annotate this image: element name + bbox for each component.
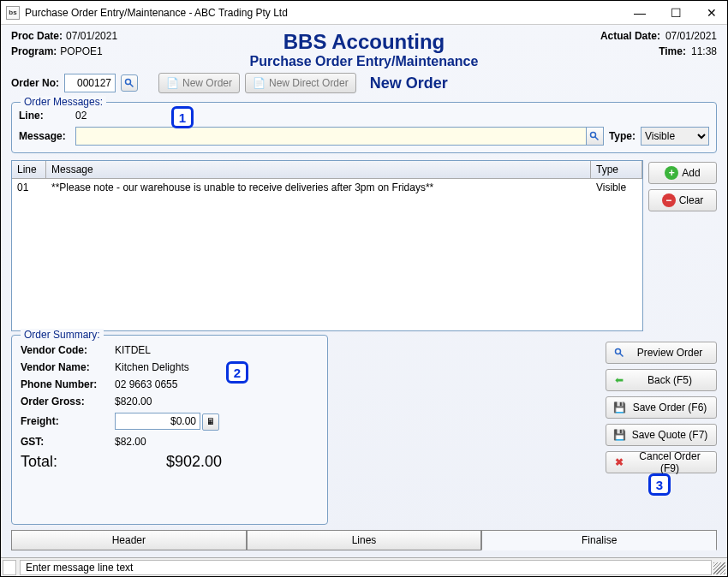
calculator-button[interactable]: 🖩	[202, 413, 219, 431]
program-label: Program:	[11, 45, 57, 57]
minus-icon: −	[662, 193, 676, 207]
back-button[interactable]: ⬅Back (F5)	[606, 369, 717, 391]
vendor-code-value: KITDEL	[115, 344, 319, 356]
minimize-button[interactable]: —	[630, 4, 650, 21]
proc-date-label: Proc Date:	[11, 30, 63, 42]
messages-legend: Order Messages:	[21, 96, 106, 108]
line-label: Line:	[19, 110, 70, 122]
resize-grip-icon[interactable]	[713, 562, 725, 574]
calculator-icon: 🖩	[206, 417, 215, 426]
table-row[interactable]: 01 **Please note - our warehouse is unab…	[12, 179, 642, 196]
main-title: BBS Accounting	[165, 30, 563, 54]
time-value: 11:38	[691, 45, 717, 57]
save-quote-button[interactable]: 💾Save Quote (F7)	[606, 424, 717, 446]
vendor-code-label: Vendor Code:	[21, 344, 115, 356]
status-text: Enter message line text	[20, 560, 712, 575]
save-icon: 💾	[613, 429, 625, 441]
vendor-name-label: Vendor Name:	[21, 361, 115, 373]
svg-point-4	[616, 349, 621, 354]
messages-grid[interactable]: Line Message Type 01 **Please note - our…	[11, 160, 643, 331]
order-messages-panel: Order Messages: 1 Line: 02 Message: Type…	[11, 102, 717, 153]
col-line-header: Line	[12, 161, 46, 178]
tab-finalise[interactable]: Finalise	[481, 530, 717, 550]
search-icon	[613, 348, 625, 358]
app-icon: bs	[6, 6, 20, 20]
save-order-button[interactable]: 💾Save Order (F6)	[606, 396, 717, 419]
save-icon: 💾	[613, 402, 625, 413]
gross-value: $820.00	[115, 396, 319, 407]
summary-legend: Order Summary:	[21, 329, 104, 341]
gst-value: $82.00	[115, 436, 319, 448]
callout-1: 1	[171, 106, 194, 128]
svg-point-0	[126, 80, 131, 85]
doc-icon: 📄	[166, 77, 179, 89]
order-status-label: New Order	[370, 74, 448, 92]
freight-label: Freight:	[21, 415, 115, 427]
type-select[interactable]: Visible	[641, 127, 709, 146]
time-label: Time:	[659, 45, 686, 57]
phone-value: 02 9663 0655	[115, 378, 319, 390]
callout-3: 3	[648, 473, 671, 496]
freight-input[interactable]	[115, 413, 200, 430]
col-type-header: Type	[591, 161, 642, 178]
message-lookup-button[interactable]	[586, 128, 603, 145]
line-value: 02	[75, 110, 87, 122]
add-button[interactable]: +Add	[648, 162, 717, 184]
svg-line-3	[595, 137, 599, 140]
type-label: Type:	[609, 130, 636, 142]
proc-date-value: 07/01/2021	[66, 30, 117, 42]
svg-line-5	[620, 354, 624, 357]
gross-label: Order Gross:	[21, 396, 115, 407]
new-direct-order-button[interactable]: 📄New Direct Order	[245, 73, 356, 93]
close-button[interactable]: ✕	[701, 4, 722, 21]
new-order-button[interactable]: 📄New Order	[158, 73, 240, 93]
total-label: Total:	[21, 453, 115, 471]
plus-icon: +	[665, 166, 678, 180]
cancel-icon: ✖	[613, 456, 625, 468]
message-label: Message:	[19, 130, 70, 142]
col-message-header: Message	[46, 161, 591, 178]
doc-icon: 📄	[253, 77, 266, 89]
titlebar: bs Purchase Order Entry/Maintenance - AB…	[1, 1, 727, 25]
message-input[interactable]	[76, 130, 586, 142]
phone-label: Phone Number:	[21, 378, 115, 390]
arrow-left-icon: ⬅	[613, 374, 625, 386]
callout-2: 2	[226, 361, 248, 384]
actual-date-value: 07/01/2021	[665, 30, 717, 42]
gst-label: GST:	[21, 436, 115, 448]
vendor-name-value: Kitchen Delights	[115, 361, 319, 373]
window-title: Purchase Order Entry/Maintenance - ABC T…	[25, 7, 630, 19]
clear-button[interactable]: −Clear	[648, 189, 717, 211]
svg-line-1	[130, 84, 134, 87]
order-lookup-button[interactable]	[121, 74, 138, 92]
order-no-input[interactable]	[64, 74, 116, 92]
tab-lines[interactable]: Lines	[247, 530, 482, 550]
svg-point-2	[591, 133, 596, 138]
program-value: POPOE1	[60, 45, 102, 57]
preview-order-button[interactable]: Preview Order	[606, 342, 717, 364]
maximize-button[interactable]: ☐	[665, 4, 686, 21]
statusbar: Enter message line text	[1, 557, 727, 576]
header-info: Proc Date:07/01/2021 Program:POPOE1 BBS …	[8, 28, 720, 71]
total-value: $902.00	[115, 453, 222, 471]
actual-date-label: Actual Date:	[600, 30, 660, 42]
tab-header[interactable]: Header	[11, 530, 247, 550]
order-summary-panel: Order Summary: 2 Vendor Code:KITDEL Vend…	[11, 335, 328, 525]
cancel-order-button[interactable]: ✖Cancel Order (F9)	[606, 451, 717, 473]
order-no-label: Order No:	[11, 77, 59, 89]
sub-title: Purchase Order Entry/Maintenance	[165, 54, 563, 69]
